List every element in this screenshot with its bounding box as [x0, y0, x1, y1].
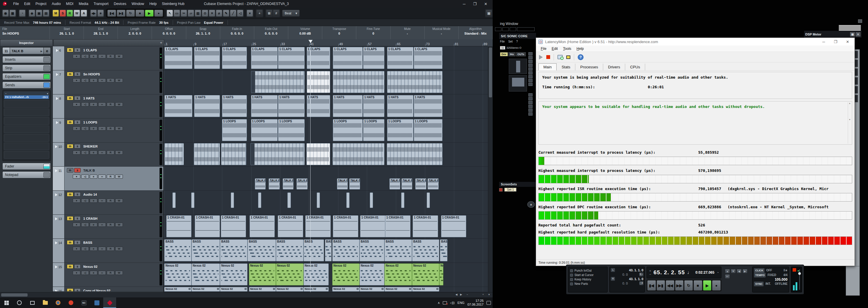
clock[interactable]: 17:25 07.06.2017: [467, 299, 484, 307]
link-button[interactable]: ∞: [98, 223, 106, 227]
transport-option-keep-history[interactable]: Keep History: [570, 277, 607, 282]
audio-clip[interactable]: 1 CLAPS: [414, 47, 442, 69]
maximize-button[interactable]: ❐: [834, 40, 837, 44]
read-button[interactable]: R: [107, 271, 114, 275]
mute-button[interactable]: m: [67, 168, 73, 173]
goto-prev-marker-button[interactable]: ▮◀: [107, 10, 116, 17]
hub-icon[interactable]: ◈: [29, 10, 35, 17]
edit-button[interactable]: e: [90, 247, 97, 251]
audio-clip[interactable]: 1 HATS: [387, 95, 413, 117]
audio-clip[interactable]: BASS: [325, 239, 332, 261]
write-button[interactable]: W: [115, 102, 123, 106]
scope-menu-?[interactable]: ?: [516, 40, 518, 43]
audio-clip[interactable]: [333, 143, 384, 165]
audio-clip[interactable]: TALK B: [415, 178, 426, 189]
inspector-section-notepad[interactable]: Notepad: [2, 171, 51, 178]
solo-button[interactable]: s: [74, 72, 81, 76]
send-slot-empty[interactable]: [4, 100, 49, 107]
audio-clip[interactable]: [231, 192, 234, 208]
track-expand-icon[interactable]: [55, 193, 58, 196]
audio-clip[interactable]: TALK B: [390, 178, 401, 189]
screenset-item[interactable]: Set 1: [504, 188, 517, 191]
start-monitor-button[interactable]: [539, 55, 543, 60]
audio-clip[interactable]: 1 LOOPS: [222, 119, 247, 141]
menu-steinberg-hub[interactable]: Steinberg Hub: [159, 0, 187, 8]
split-tool[interactable]: ✂: [181, 10, 187, 17]
audio-clip[interactable]: TALK B: [283, 178, 294, 189]
record-arm-button[interactable]: ●: [73, 126, 80, 130]
audio-clip[interactable]: TALK B: [349, 178, 361, 189]
menu-window[interactable]: Window: [129, 0, 147, 8]
record-arm-button[interactable]: ●: [73, 78, 80, 83]
zoom-in-icon[interactable]: +: [483, 293, 484, 296]
record-arm-button[interactable]: ●: [73, 102, 80, 106]
goto-next-marker-button[interactable]: ▶▮: [117, 10, 125, 17]
zoom-tool[interactable]: ⊙: [202, 10, 208, 17]
color-menu[interactable]: ▾: [247, 10, 253, 17]
audio-clip[interactable]: [191, 192, 194, 208]
transport-option-new-parts[interactable]: New Parts: [570, 282, 607, 286]
audio-clip[interactable]: [387, 71, 442, 93]
send-slot-empty[interactable]: [4, 109, 49, 116]
nudge-button[interactable]: ▶: [743, 269, 747, 273]
track-row-sheiker[interactable]: 10msSHEIKER●◁e∞RW: [53, 143, 163, 166]
audio-clip[interactable]: [194, 143, 220, 165]
track-expand-icon[interactable]: [55, 266, 58, 268]
audio-clip[interactable]: [251, 71, 305, 93]
scope-chip-dev[interactable]: Dev: [500, 52, 508, 56]
grid-icon[interactable]: #: [273, 10, 279, 17]
audio-clip[interactable]: [317, 192, 320, 208]
inspector-section-sends[interactable]: Sends: [2, 82, 51, 89]
track-row-nexus-02[interactable]: 15msNexus 02●◁e∞RW: [53, 263, 163, 287]
track-row-1-loops[interactable]: 9ms1 LOOPS●◁e∞RW: [53, 119, 163, 143]
audio-clip[interactable]: Nexus 02: [276, 264, 304, 285]
audio-clip[interactable]: TALK B: [269, 178, 280, 189]
audio-clip[interactable]: [221, 143, 246, 165]
info-column-algorithm[interactable]: AlgorithmStandard - Mix: [459, 26, 493, 39]
solo-all-button[interactable]: S: [60, 10, 66, 17]
read-button[interactable]: R: [107, 54, 114, 58]
close-button[interactable]: ✕: [846, 40, 849, 44]
firefox-button[interactable]: [52, 298, 64, 308]
glue-tool[interactable]: ▱: [188, 10, 194, 17]
latencymon-menu-help[interactable]: Help: [574, 47, 586, 51]
edit-button[interactable]: e: [90, 78, 97, 83]
audio-clip[interactable]: [387, 143, 442, 165]
dsp-button[interactable]: X: [856, 32, 860, 36]
audio-clip[interactable]: 1 CRASH-01: [221, 215, 246, 237]
info-column-end[interactable]: End28. 1. 1. 0: [84, 26, 118, 39]
conclusion-scrollbar[interactable]: ▲▼: [848, 102, 851, 144]
track-row-audio-14[interactable]: 12msAudio 14●◁e∞RW: [53, 191, 163, 215]
audio-clip[interactable]: 1 LOOPS: [251, 119, 278, 141]
solo-button[interactable]: s: [74, 192, 81, 196]
pool-icon[interactable]: ▣: [36, 10, 42, 17]
track-expand-icon[interactable]: [56, 121, 58, 124]
audio-clip[interactable]: BASS: [412, 239, 439, 261]
record-arm-button[interactable]: ●: [73, 198, 80, 203]
scope-chip-ins[interactable]: INs: [508, 52, 516, 56]
object-selection-tool[interactable]: ↖: [166, 10, 173, 17]
browser-button[interactable]: [64, 298, 78, 308]
nudge-button[interactable]: ⇐: [725, 274, 730, 279]
send-slot[interactable]: ◔▾FX 1-ValhallaVi...rb-19.1: [4, 92, 49, 99]
latencymon-tab-stats[interactable]: Stats: [557, 64, 575, 70]
audio-clip[interactable]: 1 CRASH-01: [250, 215, 275, 237]
track-expand-icon[interactable]: [56, 97, 58, 100]
audio-clip[interactable]: 1 HATS: [164, 95, 192, 117]
audio-clip[interactable]: [287, 192, 290, 208]
latencymon-menu-file[interactable]: File: [538, 47, 549, 51]
play-tool[interactable]: ◁: [237, 10, 243, 17]
cycle-button[interactable]: ↻: [126, 10, 135, 17]
transport-locators[interactable]: L43. 1. 1. 0 0. 0‖▷ R43. 1. 1. 0 0. 0◻‖: [609, 267, 645, 292]
audio-clip[interactable]: 1 CLAPS: [333, 47, 363, 69]
menu-midi[interactable]: MIDI: [63, 0, 76, 8]
scope-menu-file[interactable]: File: [500, 40, 505, 43]
help-icon[interactable]: ?: [578, 54, 584, 60]
autoscroll-icon[interactable]: ◀▸: [90, 10, 97, 17]
menu-edit[interactable]: Edit: [22, 0, 33, 8]
monitor-button[interactable]: ◁: [81, 271, 89, 275]
audio-clip[interactable]: [401, 192, 404, 208]
read-button[interactable]: R: [107, 247, 114, 251]
audio-clip[interactable]: 1 CRASH-01: [166, 215, 191, 237]
menu-help[interactable]: Help: [147, 0, 159, 8]
